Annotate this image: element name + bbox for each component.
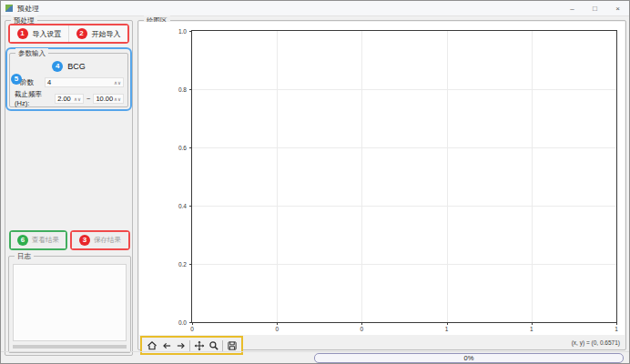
order-spinner[interactable]: 4 ∧∨ <box>45 77 124 87</box>
import-settings-label: 导入设置 <box>33 29 62 39</box>
y-tick-mark <box>189 206 192 207</box>
save-result-label: 保存结果 <box>94 236 121 245</box>
app-window: 预处理 – □ × 预处理 1 导入设置 2 开始导入 <box>0 0 630 364</box>
import-buttons-annotation: 1 导入设置 2 开始导入 <box>8 24 129 44</box>
cutoff-tilde: ~ <box>86 95 90 103</box>
y-tick-label: 0.4 <box>178 203 187 209</box>
gridline <box>532 31 533 322</box>
spin-arrows-icon[interactable]: ∧∨ <box>114 80 121 86</box>
window-controls: – □ × <box>561 1 629 15</box>
save-icon[interactable] <box>226 339 238 351</box>
home-icon[interactable] <box>146 339 158 351</box>
y-tick-mark <box>189 89 192 90</box>
cutoff-low-value: 2.00 <box>57 95 74 103</box>
cutoff-high-spinner[interactable]: 10.00 ∧∨ <box>93 94 124 104</box>
signal-type-label: BCG <box>67 62 86 71</box>
plot-axes[interactable]: 0.00.20.40.60.81.0000111 <box>191 30 617 323</box>
back-icon[interactable] <box>160 339 172 351</box>
save-result-annotation: 3 保存结果 <box>70 230 130 250</box>
x-tick-mark <box>447 322 448 325</box>
x-tick-label: 0 <box>275 326 279 332</box>
preprocess-group: 预处理 1 导入设置 2 开始导入 参数输入 4 BCG <box>5 20 133 356</box>
y-tick-label: 0.0 <box>178 319 187 326</box>
start-import-label: 开始导入 <box>92 29 121 39</box>
badge-4: 4 <box>52 61 63 72</box>
x-tick-label: 0 <box>361 326 364 332</box>
cutoff-row: 截止频率(Hz): 2.00 ∧∨ ~ 10.00 ∧∨ <box>15 90 124 107</box>
cutoff-low-spinner[interactable]: 2.00 ∧∨ <box>55 94 84 104</box>
close-button[interactable]: × <box>606 1 629 15</box>
figure-canvas[interactable]: 0.00.20.40.60.81.0000111 <box>139 22 625 335</box>
spin-arrows-icon[interactable]: ∧∨ <box>74 96 81 102</box>
progress-bar: 0% <box>314 353 624 363</box>
params-group-title: 参数输入 <box>15 48 48 58</box>
y-tick-label: 0.8 <box>178 86 187 93</box>
view-result-label: 查看结果 <box>32 236 59 245</box>
x-tick-mark <box>192 322 193 325</box>
log-group: 日志 <box>8 256 131 353</box>
gridline <box>361 31 362 322</box>
zoom-icon[interactable] <box>208 339 219 351</box>
log-textarea[interactable] <box>13 264 127 341</box>
x-tick-mark <box>277 322 278 325</box>
plot-area-group: 绘图区 0.00.20.40.60.81.0000111 <box>137 20 626 350</box>
minimize-button[interactable]: – <box>561 1 584 15</box>
x-tick-label: 1 <box>615 326 618 332</box>
cutoff-high-value: 10.00 <box>96 95 114 103</box>
x-tick-label: 0 <box>190 326 194 332</box>
cursor-coords-readout: (x, y) = (0, 0.6571) <box>572 339 620 346</box>
toolbar-separator <box>222 340 223 351</box>
badge-3: 3 <box>79 235 90 246</box>
cutoff-label: 截止频率(Hz): <box>15 90 52 107</box>
x-tick-mark <box>361 322 362 325</box>
statusbar-divider <box>1 351 629 352</box>
gridline <box>192 206 616 207</box>
params-annotation: 参数输入 4 BCG 5 阶数 4 ∧∨ 截止频率(Hz): 2.0 <box>5 47 132 111</box>
x-tick-label: 1 <box>530 326 533 332</box>
window-title: 预处理 <box>17 4 39 14</box>
toolbar-separator <box>189 340 190 351</box>
spin-arrows-icon[interactable]: ∧∨ <box>114 96 121 102</box>
params-group: 参数输入 4 BCG 5 阶数 4 ∧∨ 截止频率(Hz): 2.0 <box>9 53 128 107</box>
titlebar: 预处理 – □ × <box>1 1 629 16</box>
order-row: 阶数 4 ∧∨ <box>15 77 124 87</box>
y-tick-mark <box>189 31 192 32</box>
x-tick-mark <box>616 322 617 325</box>
x-tick-label: 1 <box>445 326 449 332</box>
order-value: 4 <box>47 78 114 86</box>
progress-text: 0% <box>315 354 623 362</box>
save-result-button[interactable]: 3 保存结果 <box>72 232 128 248</box>
y-tick-mark <box>189 147 192 148</box>
log-horizontal-scrollbar[interactable] <box>13 345 127 349</box>
log-group-title: 日志 <box>15 251 34 261</box>
y-tick-label: 0.2 <box>178 261 187 268</box>
gridline <box>192 264 616 265</box>
gridline <box>447 31 448 322</box>
view-result-annotation: 6 查看结果 <box>9 230 67 250</box>
y-tick-mark <box>189 264 192 265</box>
maximize-button[interactable]: □ <box>584 1 606 15</box>
y-tick-label: 0.6 <box>178 145 187 151</box>
badge-2: 2 <box>76 28 87 39</box>
order-label: 阶数 <box>20 78 42 87</box>
badge-1: 1 <box>17 28 28 39</box>
app-icon <box>5 5 13 12</box>
badge-6: 6 <box>17 235 28 246</box>
x-tick-mark <box>532 322 533 325</box>
signal-type-row: 4 BCG <box>10 61 127 72</box>
gridline <box>192 89 616 90</box>
y-tick-label: 1.0 <box>178 28 187 35</box>
gridline <box>277 31 278 322</box>
forward-icon[interactable] <box>175 339 187 351</box>
badge-5: 5 <box>11 74 22 85</box>
start-import-button[interactable]: 2 开始导入 <box>69 25 127 42</box>
gridline <box>192 147 616 148</box>
view-result-button[interactable]: 6 查看结果 <box>11 232 66 248</box>
import-settings-button[interactable]: 1 导入设置 <box>10 25 69 42</box>
pan-icon[interactable] <box>193 339 205 351</box>
